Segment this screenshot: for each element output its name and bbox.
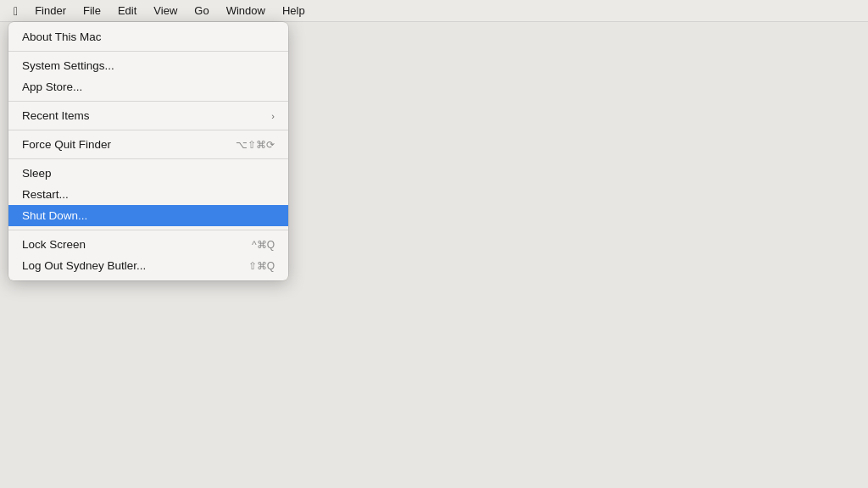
menu-item-shortcut: ^⌘Q xyxy=(252,239,275,251)
menu-item-sleep[interactable]: Sleep xyxy=(8,163,288,184)
menu-item-recent-items[interactable]: Recent Items › xyxy=(8,105,288,126)
menu-item-label: Log Out Sydney Butler... xyxy=(22,259,146,272)
chevron-right-icon: › xyxy=(271,111,275,121)
menubar-item-edit[interactable]: Edit xyxy=(111,3,143,19)
menubar-item-help[interactable]: Help xyxy=(275,3,312,19)
menu-item-label: Sleep xyxy=(22,167,52,180)
menubar-item-view[interactable]: View xyxy=(147,3,184,19)
menu-item-lock-screen[interactable]: Lock Screen ^⌘Q xyxy=(8,234,288,255)
separator-2 xyxy=(8,101,288,102)
menu-item-shortcut: ⇧⌘Q xyxy=(248,260,275,272)
menu-item-shut-down[interactable]: Shut Down... xyxy=(8,205,288,226)
menu-item-label: Restart... xyxy=(22,188,69,201)
menu-item-log-out[interactable]: Log Out Sydney Butler... ⇧⌘Q xyxy=(8,255,288,276)
separator-3 xyxy=(8,130,288,130)
apple-dropdown-menu: About This Mac System Settings... App St… xyxy=(8,22,288,280)
menu-item-label: Recent Items xyxy=(22,109,90,122)
menu-item-system-settings[interactable]: System Settings... xyxy=(8,55,288,76)
menu-item-label: About This Mac xyxy=(22,30,102,43)
menu-item-app-store[interactable]: App Store... xyxy=(8,76,288,97)
separator-4 xyxy=(8,158,288,159)
menu-item-about-mac[interactable]: About This Mac xyxy=(8,26,288,47)
menubar-item-window[interactable]: Window xyxy=(220,3,272,19)
menu-item-force-quit[interactable]: Force Quit Finder ⌥⇧⌘⟳ xyxy=(8,134,288,155)
menu-item-label: App Store... xyxy=(22,80,82,93)
menu-item-label: Shut Down... xyxy=(22,209,87,222)
menu-item-shortcut: ⌥⇧⌘⟳ xyxy=(236,139,275,151)
separator-5 xyxy=(8,230,288,230)
menubar-item-go[interactable]: Go xyxy=(187,3,215,19)
menu-item-label: Force Quit Finder xyxy=(22,138,111,151)
menubar:  Finder File Edit View Go Window Help xyxy=(0,0,868,22)
menu-item-label: Lock Screen xyxy=(22,238,86,251)
menubar-item-finder[interactable]: Finder xyxy=(28,3,73,19)
menu-item-restart[interactable]: Restart... xyxy=(8,184,288,205)
menubar-item-file[interactable]: File xyxy=(76,3,108,19)
separator-1 xyxy=(8,51,288,52)
menu-item-label: System Settings... xyxy=(22,59,114,72)
apple-menu-trigger[interactable]:  xyxy=(7,3,25,19)
